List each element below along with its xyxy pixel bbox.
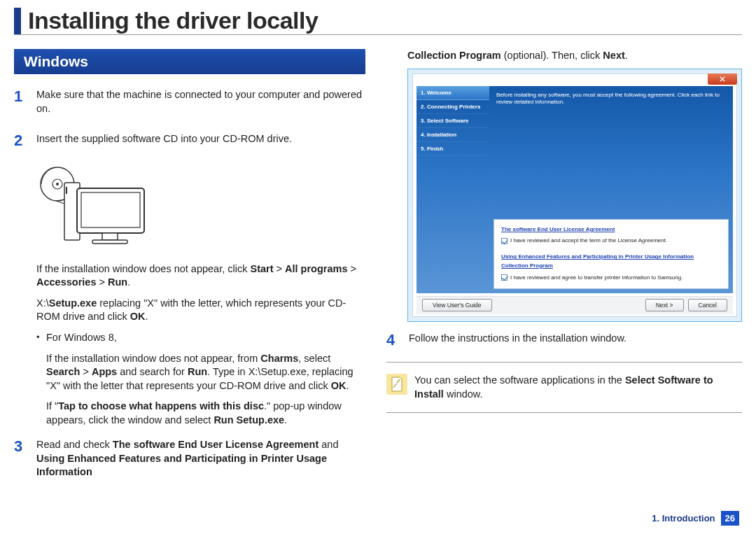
step2-install-window-note: If the installation window does not appe…: [36, 262, 365, 290]
step-body: Read and check The software End User Lic…: [36, 438, 365, 486]
footer-section-label: 1. Introduction: [652, 513, 715, 524]
installer-step-welcome: 1. Welcome: [416, 86, 489, 100]
usage-link[interactable]: Using Enhanced Features and Participatin…: [501, 253, 694, 269]
step2-setup-exe-note: X:\Setup.exe replacing "X" with the lett…: [36, 297, 365, 324]
installer-sidebar: 1. Welcome 2. Connecting Printers 3. Sel…: [416, 86, 489, 293]
svg-rect-6: [81, 192, 140, 227]
step-1: 1 Make sure that the machine is connecte…: [14, 88, 365, 122]
bullet-label: For Windows 8,: [46, 331, 365, 345]
page-title: Installing the driver locally: [28, 7, 318, 34]
view-guide-button[interactable]: View User's Guide: [422, 299, 492, 311]
step-text: Make sure that the machine is connected …: [36, 88, 365, 115]
installer-content: Before installing any software, you must…: [489, 86, 733, 293]
step-body: Insert the supplied software CD into you…: [36, 132, 365, 153]
bullet-p1: If the installation window does not appe…: [46, 352, 365, 393]
step-4: 4 Follow the instructions in the install…: [386, 332, 742, 353]
note-separator-top: [386, 362, 742, 363]
svg-rect-4: [66, 187, 67, 194]
step-number: 4: [386, 332, 409, 353]
content-columns: Windows 1 Make sure that the machine is …: [0, 49, 756, 496]
step-text: Insert the supplied software CD into you…: [36, 132, 365, 146]
left-column: Windows 1 Make sure that the machine is …: [14, 49, 365, 496]
usage-check-label: I have reviewed and agree to transfer pr…: [510, 274, 682, 281]
installer-screenshot: 1. Welcome 2. Connecting Printers 3. Sel…: [407, 69, 742, 322]
step-2: 2 Insert the supplied software CD into y…: [14, 132, 365, 153]
cancel-button[interactable]: Cancel: [688, 299, 727, 311]
step-number: 3: [14, 438, 36, 486]
note-row: You can select the software applications…: [386, 371, 742, 404]
right-column: Collection Program (optional). Then, cli…: [386, 49, 742, 496]
installer-step-connecting: 2. Connecting Printers: [416, 100, 489, 114]
bullet-dot: •: [36, 331, 46, 434]
close-button[interactable]: [708, 73, 737, 85]
step-number: 2: [14, 132, 36, 153]
step-text: Follow the instructions in the installat…: [409, 332, 742, 346]
note-separator-bottom: [386, 412, 742, 413]
title-accent: [14, 8, 21, 34]
note-text: You can select the software applications…: [414, 374, 742, 401]
step-number: 1: [14, 88, 36, 122]
installer-step-finish: 5. Finish: [416, 142, 489, 156]
step-3: 3 Read and check The software End User L…: [14, 438, 365, 486]
close-icon: [720, 76, 725, 82]
eula-link[interactable]: The software End User License Agreement: [501, 226, 615, 232]
next-button[interactable]: Next >: [645, 299, 684, 311]
step-body: Make sure that the machine is connected …: [36, 88, 365, 122]
installer-instruction: Before installing any software, you must…: [496, 92, 726, 106]
step3-continuation: Collection Program (optional). Then, cli…: [407, 49, 742, 63]
svg-rect-8: [92, 240, 127, 244]
step-body: Follow the instructions in the installat…: [409, 332, 742, 353]
note-icon: [386, 374, 407, 395]
usage-checkbox[interactable]: [501, 274, 507, 281]
installer-agreement-panel: The software End User License Agreement …: [493, 219, 729, 289]
eula-checkbox[interactable]: [501, 238, 507, 244]
title-bar: Installing the driver locally: [14, 0, 742, 35]
page-number: 26: [721, 511, 739, 526]
step-text: Read and check The software End User Lic…: [36, 438, 365, 479]
bullet-windows8: • For Windows 8, If the installation win…: [36, 331, 365, 434]
section-header-windows: Windows: [14, 49, 365, 74]
bullet-body: For Windows 8, If the installation windo…: [46, 331, 365, 434]
svg-rect-7: [102, 233, 118, 240]
cd-computer-illustration: [35, 163, 147, 254]
bullet-p2: If "Tap to choose what happens with this…: [46, 400, 365, 427]
installer-step-installation: 4. Installation: [416, 128, 489, 142]
eula-check-label: I have reviewed and accept the term of t…: [510, 237, 667, 244]
installer-button-bar: View User's Guide Next > Cancel: [416, 296, 733, 314]
installer-step-select: 3. Select Software: [416, 114, 489, 128]
page-footer: 1. Introduction 26: [652, 511, 739, 526]
svg-point-2: [56, 183, 59, 185]
